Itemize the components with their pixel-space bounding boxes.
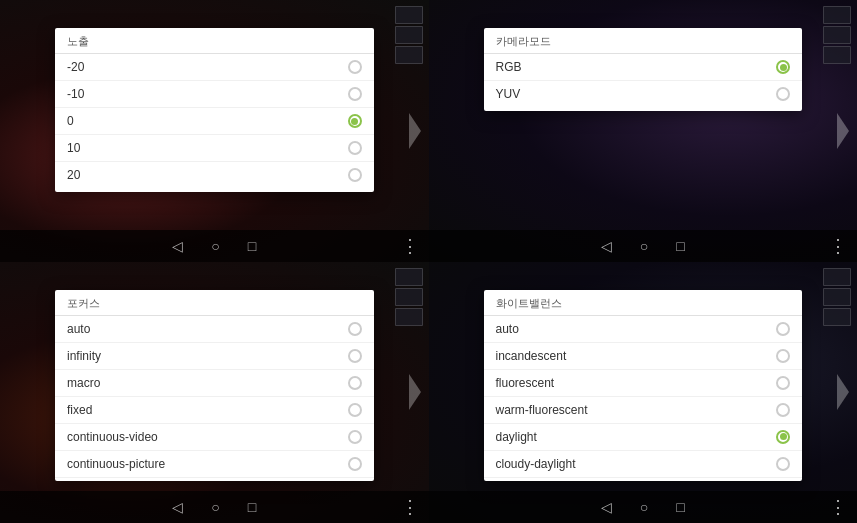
back-icon-1[interactable]: ◁ [172, 238, 183, 254]
arrow-right-3 [409, 374, 421, 410]
item-label: 20 [67, 168, 80, 182]
exposure-dialog: 노출 -20-1001020 [55, 28, 374, 192]
list-item[interactable]: 0 [55, 108, 374, 135]
radio-button[interactable] [776, 322, 790, 336]
white-balance-list: autoincandescentfluorescentwarm-fluoresc… [484, 316, 803, 482]
radio-button[interactable] [348, 430, 362, 444]
list-item[interactable]: RGB [484, 54, 803, 81]
item-label: 0 [67, 114, 74, 128]
item-label: macro [67, 376, 100, 390]
recents-icon-1[interactable]: □ [248, 238, 256, 254]
item-label: warm-fluorescent [496, 403, 588, 417]
list-item[interactable]: -10 [55, 81, 374, 108]
list-item[interactable]: fluorescent [484, 370, 803, 397]
list-item[interactable]: -20 [55, 54, 374, 81]
list-item[interactable]: Auto Focus 취소 [55, 478, 374, 482]
recents-icon-2[interactable]: □ [676, 238, 684, 254]
list-item[interactable]: cloudy-daylight [484, 451, 803, 478]
more-icon-4[interactable]: ⋮ [829, 496, 847, 518]
camera-mode-list: RGBYUV [484, 54, 803, 107]
item-label: cloudy-daylight [496, 457, 576, 471]
item-label: continuous-picture [67, 457, 165, 471]
list-item[interactable]: YUV [484, 81, 803, 107]
home-icon-4[interactable]: ○ [640, 499, 648, 515]
exposure-title: 노출 [55, 28, 374, 54]
focus-dialog: 포커스 autoinfinitymacrofixedcontinuous-vid… [55, 290, 374, 482]
list-item[interactable]: 10 [55, 135, 374, 162]
back-icon-4[interactable]: ◁ [601, 499, 612, 515]
item-label: incandescent [496, 349, 567, 363]
quadrant-camera-mode: 카메라모드 RGBYUV ◁ ○ □ ⋮ [429, 0, 858, 262]
quadrant-focus: 포커스 autoinfinitymacrofixedcontinuous-vid… [0, 262, 429, 524]
list-item[interactable]: macro [55, 370, 374, 397]
camera-mode-dialog: 카메라모드 RGBYUV [484, 28, 803, 111]
radio-button[interactable] [348, 322, 362, 336]
radio-button[interactable] [348, 376, 362, 390]
home-icon-2[interactable]: ○ [640, 238, 648, 254]
list-item[interactable]: infinity [55, 343, 374, 370]
more-icon-2[interactable]: ⋮ [829, 235, 847, 257]
focus-list: autoinfinitymacrofixedcontinuous-videoco… [55, 316, 374, 482]
radio-button[interactable] [776, 403, 790, 417]
thumbnails-1 [395, 6, 423, 64]
nav-bar-1: ◁ ○ □ ⋮ [0, 230, 429, 262]
quadrant-exposure: 노출 -20-1001020 ◁ ○ □ ⋮ [0, 0, 429, 262]
back-icon-2[interactable]: ◁ [601, 238, 612, 254]
home-icon-3[interactable]: ○ [211, 499, 219, 515]
focus-title: 포커스 [55, 290, 374, 316]
item-label: auto [496, 322, 519, 336]
radio-button[interactable] [348, 141, 362, 155]
radio-button[interactable] [348, 87, 362, 101]
radio-button[interactable] [348, 403, 362, 417]
more-icon-1[interactable]: ⋮ [401, 235, 419, 257]
arrow-right-2 [837, 113, 849, 149]
radio-button[interactable] [776, 87, 790, 101]
radio-button[interactable] [776, 376, 790, 390]
recents-icon-3[interactable]: □ [248, 499, 256, 515]
item-label: RGB [496, 60, 522, 74]
thumbnails-3 [395, 268, 423, 326]
radio-button[interactable] [776, 60, 790, 74]
radio-button[interactable] [348, 114, 362, 128]
nav-bar-2: ◁ ○ □ ⋮ [429, 230, 858, 262]
more-icon-3[interactable]: ⋮ [401, 496, 419, 518]
white-balance-dialog: 화이트밸런스 autoincandescentfluorescentwarm-f… [484, 290, 803, 482]
white-balance-title: 화이트밸런스 [484, 290, 803, 316]
list-item[interactable]: fixed [55, 397, 374, 424]
item-label: infinity [67, 349, 101, 363]
thumbnails-4 [823, 268, 851, 326]
arrow-right-4 [837, 374, 849, 410]
radio-button[interactable] [348, 349, 362, 363]
nav-bar-4: ◁ ○ □ ⋮ [429, 491, 858, 523]
radio-button[interactable] [348, 457, 362, 471]
back-icon-3[interactable]: ◁ [172, 499, 183, 515]
list-item[interactable]: 20 [55, 162, 374, 188]
radio-button[interactable] [776, 457, 790, 471]
thumbnails-2 [823, 6, 851, 64]
item-label: YUV [496, 87, 521, 101]
item-label: continuous-video [67, 430, 158, 444]
nav-bar-3: ◁ ○ □ ⋮ [0, 491, 429, 523]
item-label: daylight [496, 430, 537, 444]
list-item[interactable]: auto [55, 316, 374, 343]
camera-mode-title: 카메라모드 [484, 28, 803, 54]
list-item[interactable]: daylight [484, 424, 803, 451]
radio-button[interactable] [348, 60, 362, 74]
radio-button[interactable] [776, 430, 790, 444]
list-item[interactable]: warm-fluorescent [484, 397, 803, 424]
arrow-right-1 [409, 113, 421, 149]
list-item[interactable]: continuous-video [55, 424, 374, 451]
recents-icon-4[interactable]: □ [676, 499, 684, 515]
item-label: -10 [67, 87, 84, 101]
radio-button[interactable] [348, 168, 362, 182]
item-label: 10 [67, 141, 80, 155]
item-label: auto [67, 322, 90, 336]
list-item[interactable]: auto [484, 316, 803, 343]
list-item[interactable]: continuous-picture [55, 451, 374, 478]
home-icon-1[interactable]: ○ [211, 238, 219, 254]
quadrant-white-balance: 화이트밸런스 autoincandescentfluorescentwarm-f… [429, 262, 858, 524]
radio-button[interactable] [776, 349, 790, 363]
list-item[interactable]: shade [484, 478, 803, 482]
list-item[interactable]: incandescent [484, 343, 803, 370]
item-label: fixed [67, 403, 92, 417]
